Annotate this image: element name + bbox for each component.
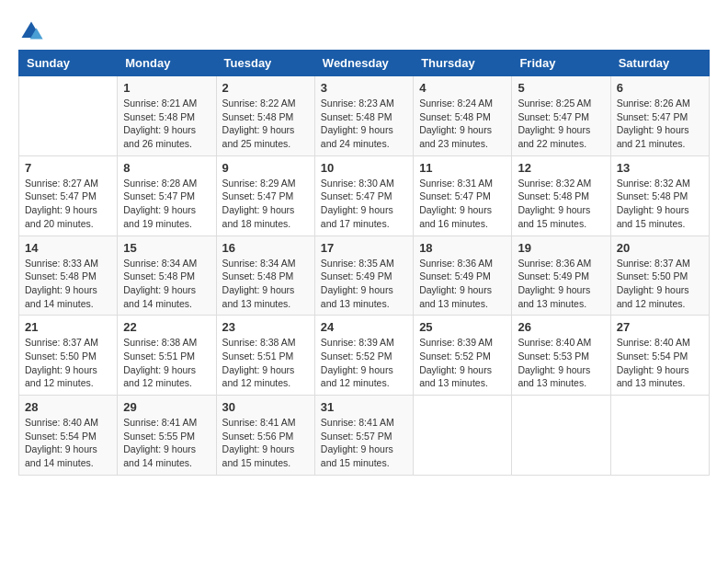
day-number: 30 (222, 400, 309, 414)
day-cell: 20Sunrise: 8:37 AMSunset: 5:50 PMDayligh… (610, 236, 709, 316)
day-info: Sunrise: 8:36 AMSunset: 5:49 PMDaylight:… (518, 257, 604, 311)
day-number: 22 (123, 320, 210, 334)
day-cell: 21Sunrise: 8:37 AMSunset: 5:50 PMDayligh… (19, 316, 118, 396)
sunrise: Sunrise: 8:32 AM (617, 178, 690, 189)
sunset: Sunset: 5:51 PM (222, 350, 294, 362)
col-header-friday: Friday (512, 51, 610, 76)
day-number: 14 (25, 241, 111, 255)
sunset: Sunset: 5:50 PM (617, 270, 688, 282)
week-row-4: 21Sunrise: 8:37 AMSunset: 5:50 PMDayligh… (19, 316, 710, 396)
day-info: Sunrise: 8:26 AMSunset: 5:47 PMDaylight:… (617, 97, 703, 151)
day-info: Sunrise: 8:36 AMSunset: 5:49 PMDaylight:… (419, 257, 506, 311)
day-cell: 7Sunrise: 8:27 AMSunset: 5:47 PMDaylight… (19, 155, 118, 236)
day-cell: 2Sunrise: 8:22 AMSunset: 5:48 PMDaylight… (216, 76, 314, 156)
day-info: Sunrise: 8:33 AMSunset: 5:48 PMDaylight:… (25, 257, 111, 311)
sunset: Sunset: 5:49 PM (518, 270, 589, 282)
day-cell (610, 396, 709, 476)
day-info: Sunrise: 8:34 AMSunset: 5:48 PMDaylight:… (222, 257, 309, 311)
day-number: 29 (123, 400, 210, 414)
day-cell: 5Sunrise: 8:25 AMSunset: 5:47 PMDaylight… (512, 76, 610, 156)
sunset: Sunset: 5:48 PM (419, 111, 491, 122)
daylight: Daylight: 9 hours and 13 minutes. (617, 364, 689, 389)
sunset: Sunset: 5:48 PM (222, 111, 294, 122)
day-cell: 18Sunrise: 8:36 AMSunset: 5:49 PMDayligh… (414, 236, 512, 316)
sunrise: Sunrise: 8:37 AM (617, 258, 690, 269)
day-info: Sunrise: 8:24 AMSunset: 5:48 PMDaylight:… (419, 97, 506, 151)
logo-icon (18, 18, 44, 44)
sunset: Sunset: 5:47 PM (419, 190, 491, 201)
sunrise: Sunrise: 8:38 AM (222, 337, 296, 348)
day-number: 18 (419, 241, 506, 255)
day-info: Sunrise: 8:32 AMSunset: 5:48 PMDaylight:… (518, 177, 604, 231)
sunset: Sunset: 5:51 PM (123, 350, 195, 362)
day-cell: 4Sunrise: 8:24 AMSunset: 5:48 PMDaylight… (414, 76, 512, 156)
day-number: 23 (222, 320, 309, 334)
sunset: Sunset: 5:48 PM (321, 111, 392, 122)
sunrise: Sunrise: 8:28 AM (123, 178, 197, 189)
day-info: Sunrise: 8:38 AMSunset: 5:51 PMDaylight:… (222, 336, 309, 390)
sunrise: Sunrise: 8:32 AM (518, 178, 591, 189)
sunrise: Sunrise: 8:29 AM (222, 178, 296, 189)
day-cell: 19Sunrise: 8:36 AMSunset: 5:49 PMDayligh… (512, 236, 610, 316)
day-info: Sunrise: 8:21 AMSunset: 5:48 PMDaylight:… (123, 97, 210, 151)
sunset: Sunset: 5:48 PM (123, 270, 195, 282)
sunrise: Sunrise: 8:40 AM (518, 337, 591, 348)
daylight: Daylight: 9 hours and 15 minutes. (321, 443, 393, 468)
sunrise: Sunrise: 8:22 AM (222, 98, 296, 109)
day-cell: 29Sunrise: 8:41 AMSunset: 5:55 PMDayligh… (118, 396, 216, 476)
day-number: 17 (321, 241, 407, 255)
sunset: Sunset: 5:48 PM (222, 270, 294, 282)
daylight: Daylight: 9 hours and 14 minutes. (123, 443, 196, 468)
sunrise: Sunrise: 8:34 AM (222, 258, 296, 269)
sunset: Sunset: 5:56 PM (222, 431, 294, 442)
daylight: Daylight: 9 hours and 23 minutes. (419, 124, 492, 149)
day-number: 4 (419, 81, 506, 95)
day-info: Sunrise: 8:34 AMSunset: 5:48 PMDaylight:… (123, 257, 210, 311)
col-header-sunday: Sunday (19, 51, 118, 76)
sunset: Sunset: 5:49 PM (321, 270, 392, 282)
day-info: Sunrise: 8:35 AMSunset: 5:49 PMDaylight:… (321, 257, 407, 311)
sunrise: Sunrise: 8:26 AM (617, 98, 690, 109)
day-info: Sunrise: 8:38 AMSunset: 5:51 PMDaylight:… (123, 336, 210, 390)
sunset: Sunset: 5:49 PM (419, 270, 491, 282)
sunset: Sunset: 5:53 PM (518, 350, 589, 362)
calendar-table: SundayMondayTuesdayWednesdayThursdayFrid… (18, 50, 710, 476)
day-number: 26 (518, 320, 604, 334)
day-cell: 17Sunrise: 8:35 AMSunset: 5:49 PMDayligh… (314, 236, 413, 316)
week-row-3: 14Sunrise: 8:33 AMSunset: 5:48 PMDayligh… (19, 236, 710, 316)
daylight: Daylight: 9 hours and 12 minutes. (25, 364, 97, 389)
day-cell: 13Sunrise: 8:32 AMSunset: 5:48 PMDayligh… (610, 155, 709, 236)
daylight: Daylight: 9 hours and 18 minutes. (222, 204, 295, 229)
day-number: 20 (617, 241, 703, 255)
sunset: Sunset: 5:48 PM (617, 190, 688, 201)
sunrise: Sunrise: 8:23 AM (321, 98, 394, 109)
sunset: Sunset: 5:54 PM (617, 350, 688, 362)
sunrise: Sunrise: 8:40 AM (617, 337, 690, 348)
day-cell: 12Sunrise: 8:32 AMSunset: 5:48 PMDayligh… (512, 155, 610, 236)
day-info: Sunrise: 8:39 AMSunset: 5:52 PMDaylight:… (419, 336, 506, 390)
day-info: Sunrise: 8:41 AMSunset: 5:57 PMDaylight:… (321, 416, 407, 470)
sunset: Sunset: 5:55 PM (123, 431, 195, 442)
day-cell: 10Sunrise: 8:30 AMSunset: 5:47 PMDayligh… (314, 155, 413, 236)
day-number: 10 (321, 161, 407, 175)
daylight: Daylight: 9 hours and 14 minutes. (25, 443, 97, 468)
sunset: Sunset: 5:47 PM (123, 190, 195, 201)
day-info: Sunrise: 8:40 AMSunset: 5:53 PMDaylight:… (518, 336, 604, 390)
daylight: Daylight: 9 hours and 14 minutes. (123, 284, 196, 309)
day-info: Sunrise: 8:41 AMSunset: 5:56 PMDaylight:… (222, 416, 309, 470)
day-number: 31 (321, 400, 407, 414)
daylight: Daylight: 9 hours and 12 minutes. (321, 364, 393, 389)
sunrise: Sunrise: 8:41 AM (123, 417, 197, 428)
logo (18, 18, 48, 44)
day-info: Sunrise: 8:32 AMSunset: 5:48 PMDaylight:… (617, 177, 703, 231)
day-cell: 14Sunrise: 8:33 AMSunset: 5:48 PMDayligh… (19, 236, 118, 316)
day-cell (512, 396, 610, 476)
day-cell (19, 76, 118, 156)
sunrise: Sunrise: 8:39 AM (419, 337, 493, 348)
day-info: Sunrise: 8:41 AMSunset: 5:55 PMDaylight:… (123, 416, 210, 470)
day-cell: 27Sunrise: 8:40 AMSunset: 5:54 PMDayligh… (610, 316, 709, 396)
day-cell: 6Sunrise: 8:26 AMSunset: 5:47 PMDaylight… (610, 76, 709, 156)
daylight: Daylight: 9 hours and 13 minutes. (419, 284, 492, 309)
daylight: Daylight: 9 hours and 14 minutes. (25, 284, 97, 309)
week-row-5: 28Sunrise: 8:40 AMSunset: 5:54 PMDayligh… (19, 396, 710, 476)
